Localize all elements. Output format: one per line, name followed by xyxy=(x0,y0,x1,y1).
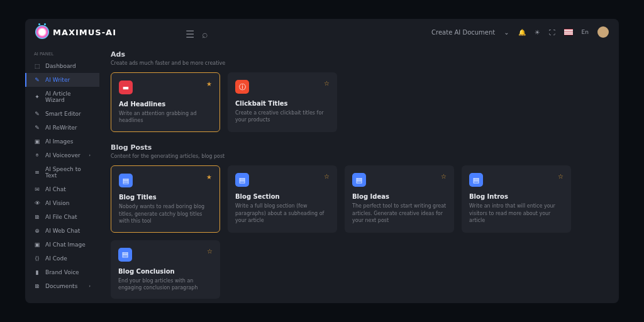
section-ads: AdsCreate ads much faster and be more cr… xyxy=(111,50,608,132)
card-title: Blog Titles xyxy=(119,194,212,201)
sidebar-item-ai-chat-image[interactable]: ▣AI Chat Image xyxy=(25,238,99,252)
card-ad-headlines[interactable]: ▬★Ad HeadlinesWrite an attention grabbin… xyxy=(111,72,220,132)
sidebar-icon: ≡ xyxy=(34,169,40,175)
card-title: Blog Conclusion xyxy=(118,268,213,275)
card-desc: Nobody wants to read boring blog titles,… xyxy=(119,203,212,225)
sidebar-item-label: AI ReWriter xyxy=(45,125,77,131)
section-desc: Content for the generating articles, blo… xyxy=(111,153,608,159)
sidebar-item-label: AI Speech to Text xyxy=(45,166,91,179)
card-icon: ▤ xyxy=(352,173,366,187)
card-icon: ▤ xyxy=(469,173,483,187)
card-title: Blog Ideas xyxy=(352,193,447,200)
sidebar-icon: ✎ xyxy=(34,111,40,117)
sidebar-item-label: AI Web Chat xyxy=(45,228,80,234)
card-desc: Write a full blog section (few paragraph… xyxy=(235,203,330,224)
sidebar-item-label: Dashboard xyxy=(45,63,76,69)
sidebar-item-ai-voiceover[interactable]: ៙AI Voiceover› xyxy=(25,148,99,162)
sidebar-icon: ▣ xyxy=(34,242,40,248)
sidebar-item-label: AI Code xyxy=(45,255,67,262)
sidebar-item-label: Smart Editor xyxy=(45,111,81,117)
star-icon[interactable]: ★ xyxy=(206,174,212,180)
sidebar-heading: AI PANEL xyxy=(25,49,99,59)
sidebar-icon: ⊕ xyxy=(34,228,40,234)
star-icon[interactable]: ★ xyxy=(206,80,212,87)
chevron-down-icon[interactable]: ⌄ xyxy=(504,29,509,36)
star-icon[interactable]: ☆ xyxy=(207,248,213,255)
sidebar-item-ai-images[interactable]: ▣AI Images xyxy=(25,135,99,148)
create-document-link[interactable]: Create AI Document xyxy=(431,29,495,36)
section-blog-posts: Blog PostsContent for the generating art… xyxy=(111,143,608,299)
chevron-right-icon: › xyxy=(89,284,91,289)
sidebar-icon: ✉ xyxy=(34,186,40,192)
logo-icon xyxy=(35,25,49,39)
card-blog-titles[interactable]: ▤★Blog TitlesNobody wants to read boring… xyxy=(111,165,220,233)
sidebar-item-ai-file-chat[interactable]: 🗎AI File Chat xyxy=(25,210,99,224)
search-icon[interactable]: ⌕ xyxy=(202,28,209,36)
header: MAXIMUS-AI ☰ ⌕ Create AI Document ⌄ 🔔 ☀ … xyxy=(25,19,619,45)
sidebar-icon: ⟨⟩ xyxy=(34,255,40,262)
theme-icon[interactable]: ☀ xyxy=(535,29,540,36)
sidebar-icon: 👁 xyxy=(34,200,40,206)
brand-name: MAXIMUS-AI xyxy=(53,28,116,37)
sidebar-icon: ✦ xyxy=(34,94,40,100)
sidebar-item-label: AI File Chat xyxy=(45,214,77,220)
card-icon: ▤ xyxy=(119,174,133,187)
logo[interactable]: MAXIMUS-AI xyxy=(35,25,116,39)
card-desc: End your blog articles with an engaging … xyxy=(118,277,213,291)
cards-row: ▤★Blog TitlesNobody wants to read boring… xyxy=(111,165,608,299)
sidebar-item-label: AI Chat Image xyxy=(45,242,86,248)
sidebar-icon: 🗎 xyxy=(34,283,40,289)
sidebar-item-label: AI Article Wizard xyxy=(45,91,91,103)
card-title: Blog Intros xyxy=(469,193,564,200)
menu-toggle-icon[interactable]: ☰ xyxy=(186,28,193,36)
card-title: Blog Section xyxy=(235,193,330,200)
sidebar-item-ai-chat[interactable]: ✉AI Chat xyxy=(25,182,99,196)
sidebar-icon: ✎ xyxy=(34,77,40,83)
card-blog-intros[interactable]: ▤☆Blog IntrosWrite an intro that will en… xyxy=(462,165,571,233)
sidebar-item-ai-rewriter[interactable]: ✎AI ReWriter xyxy=(25,121,99,135)
sidebar-item-dashboard[interactable]: ⬚Dashboard xyxy=(25,59,99,73)
bell-icon[interactable]: 🔔 xyxy=(518,29,526,36)
chevron-right-icon: › xyxy=(89,153,91,158)
sidebar-icon: ⬚ xyxy=(34,63,40,69)
fullscreen-icon[interactable]: ⛶ xyxy=(549,29,555,36)
flag-icon xyxy=(564,29,573,35)
card-blog-conclusion[interactable]: ▤☆Blog ConclusionEnd your blog articles … xyxy=(111,240,220,299)
section-desc: Create ads much faster and be more creat… xyxy=(111,60,608,66)
sidebar-item-ai-web-chat[interactable]: ⊕AI Web Chat xyxy=(25,224,99,238)
sidebar-item-ai-speech-to-text[interactable]: ≡AI Speech to Text xyxy=(25,162,99,182)
star-icon[interactable]: ☆ xyxy=(324,80,330,87)
section-title: Blog Posts xyxy=(111,143,608,152)
sidebar-icon: ▣ xyxy=(34,138,40,145)
sidebar-item-ai-writer[interactable]: ✎AI Writer xyxy=(25,73,99,87)
card-blog-section[interactable]: ▤☆Blog SectionWrite a full blog section … xyxy=(228,165,337,233)
card-icon: ⓘ xyxy=(235,80,249,94)
card-desc: The perfect tool to start writing great … xyxy=(352,203,447,224)
section-title: Ads xyxy=(111,50,608,58)
card-blog-ideas[interactable]: ▤☆Blog IdeasThe perfect tool to start wr… xyxy=(345,165,454,233)
header-right: Create AI Document ⌄ 🔔 ☀ ⛶ En xyxy=(431,26,609,38)
sidebar-item-smart-editor[interactable]: ✎Smart Editor xyxy=(25,107,99,121)
sidebar-item-ai-vision[interactable]: 👁AI Vision xyxy=(25,196,99,210)
sidebar-item-documents[interactable]: 🗎Documents› xyxy=(25,279,99,293)
star-icon[interactable]: ☆ xyxy=(558,173,564,180)
sidebar-icon: ▮ xyxy=(34,269,40,275)
sidebar-item-label: AI Images xyxy=(45,138,74,145)
sidebar-item-ai-code[interactable]: ⟨⟩AI Code xyxy=(25,252,99,265)
sidebar-item-label: Documents xyxy=(45,283,77,289)
sidebar: AI PANEL ⬚Dashboard✎AI Writer✦AI Article… xyxy=(25,45,99,303)
sidebar-item-brand-voice[interactable]: ▮Brand Voice xyxy=(25,265,99,279)
card-title: Clickbait Titles xyxy=(235,100,330,107)
card-clickbait-titles[interactable]: ⓘ☆Clickbait TitlesCreate a creative clic… xyxy=(228,72,337,132)
body: AI PANEL ⬚Dashboard✎AI Writer✦AI Article… xyxy=(25,45,619,303)
card-icon: ▤ xyxy=(118,248,132,262)
card-desc: Write an intro that will entice your vis… xyxy=(469,203,564,224)
app-window: MAXIMUS-AI ☰ ⌕ Create AI Document ⌄ 🔔 ☀ … xyxy=(25,19,619,303)
sidebar-item-ai-article-wizard[interactable]: ✦AI Article Wizard xyxy=(25,87,99,107)
avatar[interactable] xyxy=(597,26,609,38)
star-icon[interactable]: ☆ xyxy=(441,173,447,180)
sidebar-item-label: AI Vision xyxy=(45,200,70,206)
language-label[interactable]: En xyxy=(582,29,589,35)
star-icon[interactable]: ☆ xyxy=(324,173,330,180)
main-content: AdsCreate ads much faster and be more cr… xyxy=(99,45,619,303)
